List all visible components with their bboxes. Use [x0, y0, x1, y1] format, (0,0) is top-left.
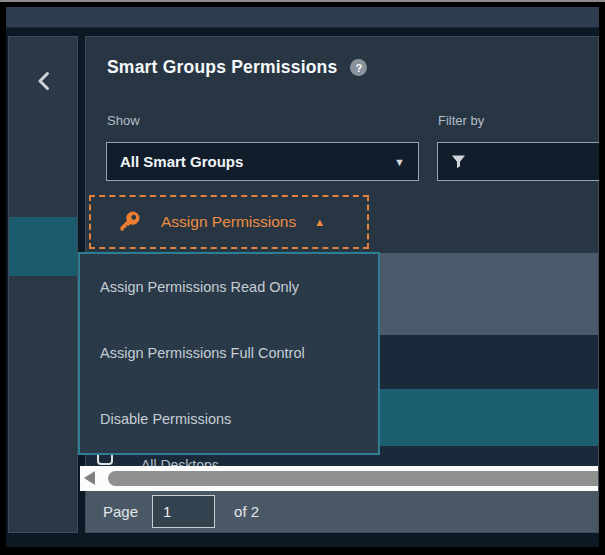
- chevron-left-icon: [37, 71, 50, 91]
- key-icon: [111, 204, 148, 241]
- page-title: Smart Groups Permissions: [107, 57, 337, 78]
- page-label: Page: [103, 503, 138, 520]
- filter-by-label: Filter by: [438, 113, 484, 128]
- menu-item-full-control[interactable]: Assign Permissions Full Control: [80, 320, 378, 386]
- sidebar-active-item[interactable]: [9, 217, 77, 276]
- left-sidebar: [8, 36, 78, 533]
- filter-by-input[interactable]: [437, 142, 599, 181]
- assign-permissions-menu: Assign Permissions Read Only Assign Perm…: [78, 252, 380, 455]
- menu-item-read-only[interactable]: Assign Permissions Read Only: [80, 254, 378, 320]
- menu-item-disable[interactable]: Disable Permissions: [80, 386, 378, 452]
- app-window: Smart Groups Permissions ? Show All Smar…: [6, 7, 599, 547]
- page-header: Smart Groups Permissions ?: [107, 57, 367, 78]
- show-select-value: All Smart Groups: [120, 153, 394, 170]
- assign-permissions-button[interactable]: Assign Permissions ▲: [89, 195, 369, 249]
- pagination-bar: Page of 2: [86, 491, 598, 532]
- sidebar-collapse-button[interactable]: [9, 61, 77, 101]
- horizontal-scrollbar[interactable]: [80, 466, 598, 491]
- funnel-icon: [451, 154, 466, 169]
- assign-permissions-label: Assign Permissions: [161, 213, 296, 231]
- caret-up-icon: ▲: [314, 216, 325, 228]
- page-total-label: of 2: [234, 503, 259, 520]
- caret-down-icon: ▼: [394, 156, 405, 168]
- scrollbar-left-arrow-icon[interactable]: [84, 471, 95, 485]
- show-select[interactable]: All Smart Groups ▼: [106, 142, 419, 181]
- scrollbar-thumb[interactable]: [108, 471, 598, 486]
- top-navigation-bar: [6, 7, 599, 28]
- help-icon[interactable]: ?: [350, 59, 367, 76]
- window-top-edge: [0, 0, 605, 2]
- show-label: Show: [107, 113, 140, 128]
- page-number-input[interactable]: [152, 495, 215, 528]
